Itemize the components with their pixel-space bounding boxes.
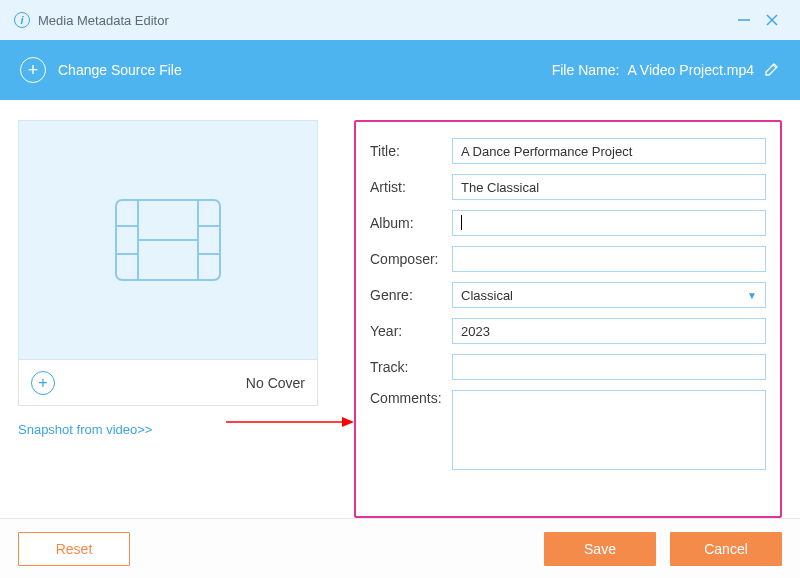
snapshot-link[interactable]: Snapshot from video>>: [18, 422, 152, 437]
year-label: Year:: [370, 323, 452, 339]
source-bar: + Change Source File File Name: A Video …: [0, 40, 800, 100]
chevron-down-icon: ▼: [747, 290, 757, 301]
text-caret: [461, 215, 462, 230]
filename-label: File Name:: [552, 62, 620, 78]
metadata-form: Title: Artist: Album: Composer: Genre: C…: [354, 120, 782, 518]
artist-label: Artist:: [370, 179, 452, 195]
genre-label: Genre:: [370, 287, 452, 303]
app-title: Media Metadata Editor: [38, 13, 730, 28]
reset-button[interactable]: Reset: [18, 532, 130, 566]
edit-filename-icon[interactable]: [764, 61, 780, 80]
title-bar: i Media Metadata Editor: [0, 0, 800, 40]
change-source-button[interactable]: Change Source File: [58, 62, 552, 78]
comments-input[interactable]: [452, 390, 766, 470]
album-label: Album:: [370, 215, 452, 231]
video-placeholder-icon: [108, 180, 228, 300]
composer-label: Composer:: [370, 251, 452, 267]
composer-input[interactable]: [452, 246, 766, 272]
cancel-button[interactable]: Cancel: [670, 532, 782, 566]
info-icon: i: [14, 12, 30, 28]
svg-marker-13: [342, 417, 354, 427]
year-input[interactable]: [452, 318, 766, 344]
filename-value: A Video Project.mp4: [627, 62, 754, 78]
no-cover-label: No Cover: [246, 375, 305, 391]
cover-column: + No Cover Snapshot from video>>: [18, 120, 318, 518]
add-cover-button[interactable]: +: [31, 371, 55, 395]
album-input[interactable]: [452, 210, 766, 236]
annotation-arrow-icon: [226, 412, 356, 432]
save-button[interactable]: Save: [544, 532, 656, 566]
track-input[interactable]: [452, 354, 766, 380]
cover-toolbar: + No Cover: [18, 360, 318, 406]
genre-select[interactable]: Classical ▼: [452, 282, 766, 308]
close-button[interactable]: [758, 6, 786, 34]
title-label: Title:: [370, 143, 452, 159]
add-source-icon[interactable]: +: [20, 57, 46, 83]
title-input[interactable]: [452, 138, 766, 164]
minimize-button[interactable]: [730, 6, 758, 34]
track-label: Track:: [370, 359, 452, 375]
artist-input[interactable]: [452, 174, 766, 200]
cover-preview: [18, 120, 318, 360]
comments-label: Comments:: [370, 390, 452, 406]
footer-bar: Reset Save Cancel: [0, 518, 800, 578]
content-area: + No Cover Snapshot from video>> Title: …: [0, 100, 800, 518]
genre-value: Classical: [461, 288, 513, 303]
